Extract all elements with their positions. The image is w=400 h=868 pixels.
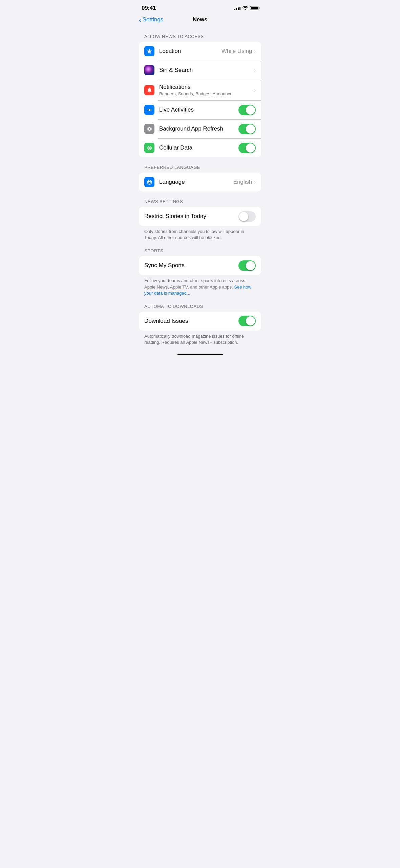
row-download-issues[interactable]: Download Issues (139, 312, 261, 331)
download-issues-toggle[interactable] (238, 316, 256, 326)
card-language: Language English › (139, 173, 261, 192)
notifications-chevron-icon: › (254, 87, 256, 93)
section-footer-news-settings: Only stories from channels you follow wi… (139, 226, 261, 241)
language-chevron-icon: › (254, 179, 256, 185)
background-refresh-toggle[interactable] (238, 124, 256, 134)
row-language[interactable]: Language English › (139, 173, 261, 192)
card-news-settings: Restrict Stories in Today (139, 207, 261, 226)
status-bar: 09:41 (133, 0, 267, 14)
home-bar (177, 354, 223, 355)
section-header-sports: SPORTS (139, 248, 261, 256)
location-label: Location (159, 48, 222, 55)
sync-sports-label: Sync My Sports (144, 262, 238, 269)
location-chevron-icon: › (254, 48, 256, 54)
section-auto-downloads: AUTOMATIC DOWNLOADS Download Issues Auto… (139, 304, 261, 346)
language-label: Language (159, 179, 233, 185)
wifi-icon (243, 6, 248, 11)
settings-content: ALLOW NEWS TO ACCESS Location While Usin… (133, 34, 267, 346)
location-value: While Using (222, 48, 252, 55)
live-activities-label: Live Activities (159, 106, 238, 113)
live-activities-toggle[interactable] (238, 105, 256, 115)
card-allow: Location While Using › Siri & Search › (139, 42, 261, 157)
row-live-activities[interactable]: Live Activities (139, 100, 261, 119)
row-cellular-data[interactable]: Cellular Data (139, 138, 261, 157)
section-allow-news-access: ALLOW NEWS TO ACCESS Location While Usin… (139, 34, 261, 157)
row-notifications[interactable]: Notifications Banners, Sounds, Badges, A… (139, 80, 261, 100)
svg-point-0 (148, 109, 150, 111)
cellular-data-toggle[interactable] (238, 143, 256, 153)
language-app-icon (144, 177, 154, 187)
notifications-label: Notifications (159, 84, 254, 91)
section-sports: SPORTS Sync My Sports Follow your teams … (139, 248, 261, 296)
status-icons (234, 6, 258, 11)
card-sports: Sync My Sports (139, 256, 261, 275)
row-restrict-stories[interactable]: Restrict Stories in Today (139, 207, 261, 226)
row-location[interactable]: Location While Using › (139, 42, 261, 61)
cellular-app-icon (144, 143, 154, 153)
download-issues-label: Download Issues (144, 318, 238, 324)
battery-icon (250, 6, 258, 10)
page-title: News (193, 16, 208, 23)
siri-app-icon (144, 65, 154, 75)
section-footer-sports: Follow your teams and other sports inter… (139, 275, 261, 296)
card-auto-downloads: Download Issues (139, 312, 261, 331)
notifications-app-icon (144, 85, 154, 95)
section-header-allow: ALLOW NEWS TO ACCESS (139, 34, 261, 42)
section-preferred-language: PREFERRED LANGUAGE Language English › (139, 165, 261, 192)
row-sync-sports[interactable]: Sync My Sports (139, 256, 261, 275)
restrict-stories-toggle[interactable] (238, 211, 256, 222)
back-chevron-icon: ‹ (139, 16, 141, 23)
location-app-icon (144, 46, 154, 56)
signal-bars-icon (234, 6, 240, 10)
settings-app-icon (144, 124, 154, 134)
back-label: Settings (143, 16, 163, 23)
live-activities-app-icon (144, 105, 154, 115)
section-header-news-settings: NEWS SETTINGS (139, 199, 261, 207)
sync-sports-toggle[interactable] (238, 260, 256, 271)
notifications-sublabel: Banners, Sounds, Badges, Announce (159, 91, 254, 96)
nav-bar: ‹ Settings News (133, 14, 267, 26)
section-header-language: PREFERRED LANGUAGE (139, 165, 261, 173)
section-news-settings: NEWS SETTINGS Restrict Stories in Today … (139, 199, 261, 241)
restrict-stories-label: Restrict Stories in Today (144, 213, 238, 220)
notifications-label-wrap: Notifications Banners, Sounds, Badges, A… (159, 84, 254, 96)
back-button[interactable]: ‹ Settings (139, 16, 163, 23)
language-value: English (233, 179, 252, 185)
row-siri[interactable]: Siri & Search › (139, 61, 261, 80)
siri-chevron-icon: › (254, 67, 256, 73)
siri-label: Siri & Search (159, 67, 254, 74)
home-indicator (133, 351, 267, 358)
status-time: 09:41 (142, 5, 156, 12)
section-header-auto-downloads: AUTOMATIC DOWNLOADS (139, 304, 261, 312)
section-footer-auto-downloads: Automatically download magazine issues f… (139, 331, 261, 346)
row-background-refresh[interactable]: Background App Refresh (139, 119, 261, 138)
background-refresh-label: Background App Refresh (159, 125, 238, 132)
cellular-data-label: Cellular Data (159, 144, 238, 151)
